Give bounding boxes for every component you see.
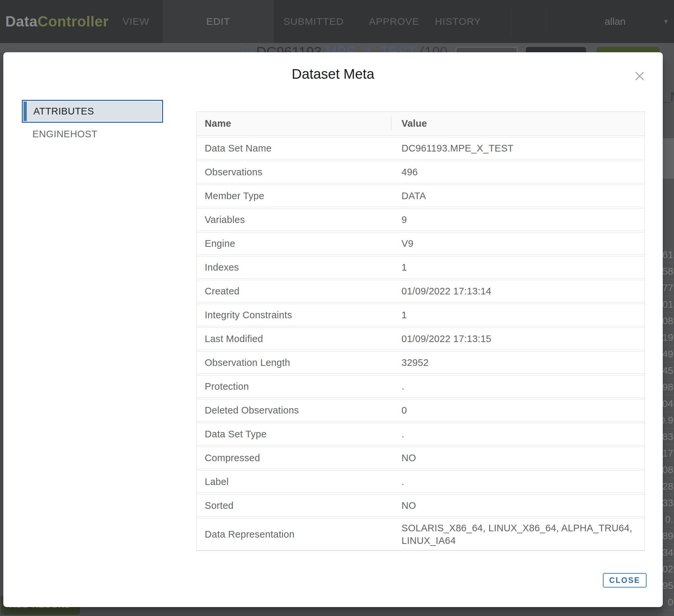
attribute-value: 1 [394, 305, 640, 324]
app-header: DataController VIEW EDIT SUBMITTED APPRO… [0, 0, 674, 43]
attribute-value: 1 [394, 258, 640, 277]
table-row: Integrity Constraints 1 [197, 304, 645, 326]
dataset-title-text: DC961193.MPE_X_TEST (100 [256, 44, 447, 52]
user-menu[interactable]: allan [582, 0, 648, 43]
bg-number-row: 19 [663, 329, 674, 346]
bg-number-row: 0 [663, 594, 674, 610]
header-divider [547, 8, 547, 35]
info-icon[interactable]: i [242, 46, 253, 52]
attribute-value: . [394, 377, 640, 396]
bg-number-row: 28 [663, 478, 674, 495]
attribute-value: 01/09/2022 17:13:14 [394, 282, 640, 301]
attribute-value: 01/09/2022 17:13:15 [394, 329, 640, 348]
table-row: Last Modified 01/09/2022 17:13:15 [197, 327, 645, 350]
bg-number-row: 58 [663, 263, 674, 280]
attribute-value: DC961193.MPE_X_TEST [394, 138, 640, 158]
nav-item-label: SUBMITTED [284, 16, 344, 27]
bg-number-row: 45 [663, 362, 674, 379]
bg-number-row: 634 [663, 544, 674, 561]
attribute-name: Engine [197, 238, 394, 249]
attribute-name: Data Set Type [197, 429, 394, 440]
bg-number-row: 95 [663, 577, 674, 594]
table-row: Label . [197, 471, 645, 493]
brand-logo: DataController [5, 0, 109, 43]
bg-number-row: 117 [663, 445, 674, 461]
bg-number-row: 89 [663, 528, 674, 544]
background-header-fragment: _N [663, 89, 674, 104]
toolbar-button-2[interactable] [526, 47, 586, 52]
attribute-value: . [394, 472, 640, 491]
tab-enginehost[interactable]: ENGINEHOST [32, 128, 98, 139]
attribute-value: NO [394, 448, 640, 468]
bg-number-row: 708 [663, 461, 674, 478]
toolbar-strip: i DC961193.MPE_X_TEST (100 [0, 43, 674, 52]
header-divider [511, 8, 511, 35]
table-body: Data Set Name DC961193.MPE_X_TEST Observ… [197, 137, 645, 550]
bg-number-row: 0.9 [663, 412, 674, 428]
attributes-table: Name Value Data Set Name DC961193.MPE_X_… [197, 111, 645, 551]
attribute-name: Integrity Constraints [197, 310, 394, 321]
tab-enginehost-label: ENGINEHOST [32, 129, 98, 139]
toolbar-button-1[interactable] [456, 47, 518, 52]
nav-item-submitted[interactable]: SUBMITTED [274, 0, 353, 43]
background-block [663, 138, 674, 179]
attribute-name: Indexes [197, 262, 394, 273]
selected-tab-bar [23, 102, 27, 121]
nav-item-history[interactable]: HISTORY [435, 0, 481, 43]
brand-part2: Controller [37, 13, 108, 30]
attribute-name: Data Set Name [197, 143, 394, 154]
attribute-name: Compressed [197, 452, 394, 464]
attribute-value: 496 [394, 163, 640, 182]
tab-attributes[interactable]: ATTRIBUTES [22, 100, 163, 123]
table-row: Protection . [197, 375, 645, 398]
attribute-name: Created [197, 286, 394, 297]
nav-item-approve[interactable]: APPROVE [353, 0, 435, 43]
close-icon[interactable] [633, 70, 646, 83]
table-row: Data Representation SOLARIS_X86_64, LINU… [197, 518, 645, 550]
nav-item-edit[interactable]: EDIT [163, 0, 274, 43]
attribute-name: Last Modified [197, 333, 394, 344]
bg-number-row: 77 [663, 280, 674, 296]
bg-number-row: 433 [663, 495, 674, 511]
background-number-column: 61 58 77 01 08 19 49 45 798 104 0.9 283 … [663, 246, 674, 610]
attribute-name: Sorted [197, 500, 394, 511]
bg-number-row: 283 [663, 428, 674, 445]
bg-number-row: 08 [663, 313, 674, 329]
attribute-value: . [394, 424, 640, 444]
username-label: allan [604, 16, 626, 27]
nav-item-label: HISTORY [435, 16, 481, 27]
chevron-down-icon: ▾ [664, 0, 668, 43]
tab-attributes-fill: ATTRIBUTES [23, 102, 161, 121]
attribute-value: 32952 [394, 353, 640, 372]
table-row: Engine V9 [197, 232, 645, 255]
attribute-value: V9 [394, 234, 640, 253]
table-row: Observation Length 32952 [197, 351, 645, 374]
close-button-label: CLOSE [609, 576, 640, 585]
nav-item-view[interactable]: VIEW [109, 0, 163, 43]
dialog-title: Dataset Meta [3, 66, 663, 82]
nav-item-label: VIEW [123, 16, 149, 27]
table-row: Sorted NO [197, 494, 645, 517]
brand-part1: Data [5, 13, 37, 30]
attribute-name: Observation Length [197, 357, 394, 368]
table-row: Created 01/09/2022 17:13:14 [197, 280, 645, 302]
attribute-value: 9 [394, 210, 640, 229]
bg-number-row: 49 [663, 346, 674, 362]
close-button[interactable]: CLOSE [603, 573, 647, 588]
attribute-name: Variables [197, 214, 394, 225]
attribute-name: Protection [197, 381, 394, 392]
attribute-value: DATA [394, 186, 640, 205]
attribute-name: Member Type [197, 191, 394, 201]
table-row: Observations 496 [197, 161, 645, 183]
table-header-row: Name Value [197, 112, 645, 136]
attribute-value: SOLARIS_X86_64, LINUX_X86_64, ALPHA_TRU6… [394, 518, 640, 550]
nav-item-label: EDIT [206, 16, 230, 27]
column-header-name: Name [197, 118, 394, 129]
bg-number-row: 01 [663, 296, 674, 313]
bg-number-row: 798 [663, 379, 674, 395]
background-table-sliver: _N 61 58 77 01 08 19 49 45 798 104 0.9 2… [663, 43, 674, 616]
dataset-title: i DC961193.MPE_X_TEST (100 [242, 44, 447, 52]
attribute-name: Deleted Observations [197, 405, 394, 416]
table-row: Variables 9 [197, 208, 645, 231]
toolbar-button-3[interactable] [597, 47, 660, 52]
